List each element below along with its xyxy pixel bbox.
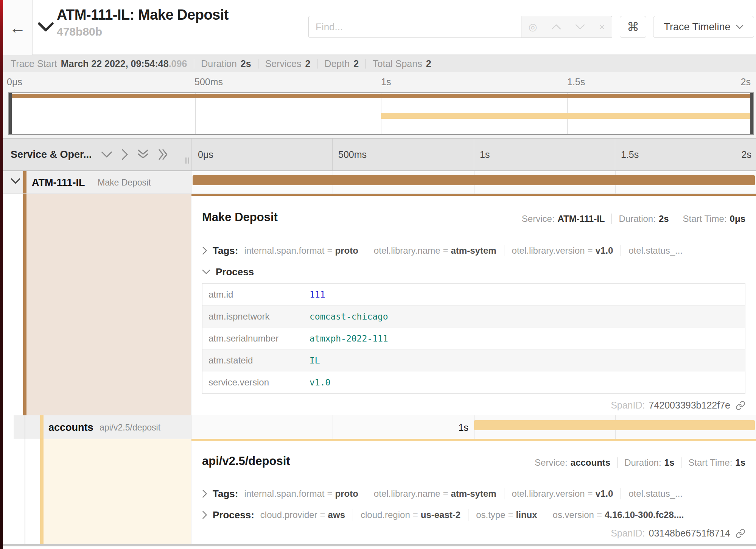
process-value: 111 [299, 290, 325, 299]
minimap-left-handle[interactable] [9, 93, 12, 134]
process-tag-key: os.type [476, 510, 505, 520]
service-operation-header: Service & Oper... [3, 139, 191, 170]
process-accordion[interactable]: Process [202, 264, 745, 279]
tags-label: Tags: [213, 245, 238, 257]
collapse-one-icon[interactable] [101, 151, 112, 158]
span-service-name: ATM-111-IL [32, 177, 85, 189]
chevron-down-icon [736, 25, 744, 29]
trace-header: ← ATM-111-IL: Make Deposit 478b80b ◎ × ⌘… [3, 0, 756, 55]
next-match-icon[interactable] [575, 24, 585, 30]
copy-link-icon[interactable] [736, 529, 745, 538]
trace-collapse-icon[interactable] [38, 22, 54, 32]
divider [621, 488, 621, 499]
focus-match-icon[interactable]: ◎ [529, 22, 537, 32]
minimap-span-bar-parent [10, 94, 752, 98]
minimap-viewport[interactable] [8, 92, 754, 135]
expand-one-icon[interactable] [121, 149, 128, 160]
span-duration-bar[interactable] [193, 175, 755, 185]
process-value: comcast-chicago [299, 312, 388, 321]
span-row-accounts[interactable]: accounts api/v2.5/deposit 1s [3, 415, 756, 439]
minimap-tick: 0μs [7, 76, 22, 87]
detail-title: Make Deposit [202, 211, 278, 224]
services-label: Services [265, 58, 302, 69]
view-type-dropdown[interactable]: Trace Timeline [653, 16, 754, 38]
equals: = [413, 510, 418, 520]
indent-guide [25, 415, 25, 439]
column-resize-grip[interactable] [185, 158, 189, 164]
keyboard-shortcuts-button[interactable]: ⌘ [620, 16, 646, 38]
span-color-strip [23, 194, 26, 415]
divider [258, 59, 258, 69]
span-expander-icon[interactable] [11, 178, 20, 184]
span-row-name-cell[interactable]: ATM-111-IL Make Deposit [3, 171, 191, 194]
tag-key: otel.status_... [628, 488, 683, 499]
trace-id: 478b80b [57, 25, 229, 38]
minimap-tick: 500ms [194, 76, 223, 87]
tag-key: internal.span.format [244, 245, 324, 256]
timeline-tick: 2s [742, 149, 751, 160]
trace-start-ms: .096 [169, 58, 187, 69]
duration-label: Duration: [624, 457, 661, 468]
span-row-timeline-cell[interactable] [191, 171, 756, 194]
minimap-span-bar-child [381, 113, 752, 119]
start-time-value: 0μs [730, 214, 745, 224]
equals: = [443, 488, 448, 499]
expand-all-icon[interactable] [158, 149, 169, 160]
divider [676, 214, 676, 224]
jaeger-trace-timeline-page: ← ATM-111-IL: Make Deposit 478b80b ◎ × ⌘… [0, 0, 756, 549]
copy-link-icon[interactable] [736, 401, 745, 410]
equals: = [508, 510, 513, 520]
detail-accent-bar [191, 439, 756, 441]
process-key: atm.stateid [202, 355, 299, 366]
tags-accordion[interactable]: Tags: internal.span.format=proto otel.li… [202, 243, 745, 258]
span-row-timeline-cell[interactable]: 1s [191, 415, 756, 439]
equals: = [597, 510, 602, 520]
service-label: Service: [535, 457, 568, 468]
timeline-tick: 0μs [198, 149, 213, 160]
span-row-name-cell[interactable]: accounts api/v2.5/deposit [14, 415, 191, 439]
span-row-atm[interactable]: ATM-111-IL Make Deposit [3, 171, 756, 194]
spanid-row: SpanID: 742003393b122f7e [611, 400, 745, 411]
process-key: atm.id [202, 289, 299, 300]
divider [202, 238, 745, 238]
back-arrow-icon[interactable]: ← [9, 19, 26, 36]
process-accordion[interactable]: Process: cloud.provider=aws cloud.region… [202, 507, 745, 522]
collapse-all-icon[interactable] [137, 149, 149, 160]
minimap-tick: 1.5s [567, 76, 585, 87]
back-button[interactable]: ← [3, 0, 33, 55]
clear-search-icon[interactable]: × [599, 22, 605, 32]
tag-value: proto [335, 488, 358, 499]
minimap-tick: 2s [741, 76, 751, 87]
span-detail-accounts: api/v2.5/deposit Service: accounts Durat… [3, 439, 756, 544]
span-detail-content: Make Deposit Service: ATM-111-IL Duratio… [191, 194, 756, 415]
divider [468, 509, 468, 521]
equals: = [588, 245, 593, 256]
tag-key: internal.span.format [244, 488, 324, 499]
bottom-scroll-edge[interactable] [3, 544, 756, 546]
spanid-row: SpanID: 03148be6751f8714 [611, 528, 745, 539]
trace-start-label: Trace Start [11, 58, 57, 69]
duration-value: 1s [664, 457, 675, 468]
services-value: 2 [305, 58, 311, 69]
total-spans-value: 2 [426, 58, 431, 69]
equals: = [588, 488, 593, 499]
tags-accordion[interactable]: Tags: internal.span.format=proto otel.li… [202, 486, 745, 501]
spanid-value: 742003393b122f7e [649, 400, 730, 411]
span-duration-bar[interactable] [474, 420, 755, 430]
process-value: v1.0 [299, 377, 330, 387]
find-input[interactable] [308, 16, 521, 38]
detail-title: api/v2.5/deposit [202, 454, 290, 468]
tag-value: v1.0 [596, 488, 613, 499]
minimap-right-handle[interactable] [750, 93, 753, 134]
detail-accent-bar [191, 194, 756, 196]
chevron-right-icon [202, 246, 207, 255]
start-time-value: 1s [735, 457, 745, 468]
gridline [474, 139, 474, 170]
view-type-label: Trace Timeline [664, 21, 730, 33]
span-detail-content: api/v2.5/deposit Service: accounts Durat… [191, 439, 756, 544]
duration-value: 2s [659, 214, 669, 224]
prev-match-icon[interactable] [551, 24, 561, 30]
detail-meta: Service: ATM-111-IL Duration: 2s Start T… [522, 214, 745, 224]
process-tag-value: 4.16.10-300.fc28.... [605, 510, 684, 520]
divider [317, 59, 317, 69]
